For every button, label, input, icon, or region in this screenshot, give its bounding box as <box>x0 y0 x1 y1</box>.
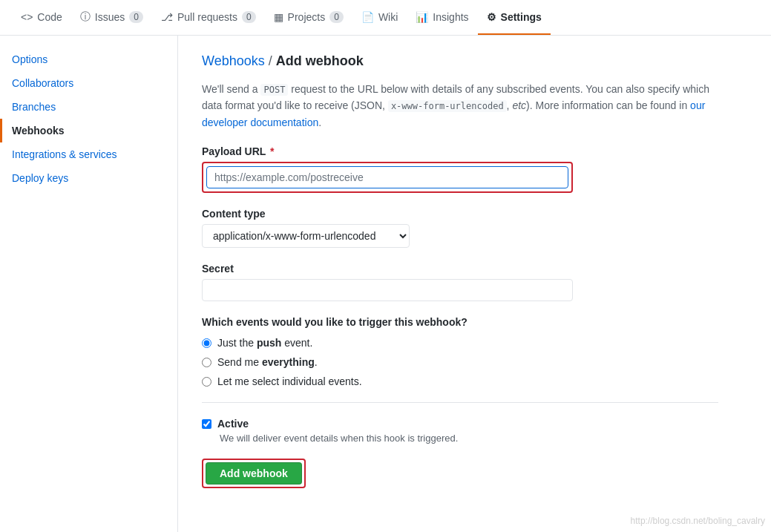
payload-url-group: Payload URL * <box>202 145 718 193</box>
nav-insights[interactable]: 📊 Insights <box>407 0 477 35</box>
main-content: Webhooks / Add webhook We'll send a POST… <box>178 36 742 532</box>
sidebar-item-collaborators[interactable]: Collaborators <box>0 71 177 95</box>
breadcrumb-parent[interactable]: Webhooks <box>202 53 265 68</box>
nav-issues[interactable]: ⓘ Issues 0 <box>71 0 152 35</box>
issues-icon: ⓘ <box>80 10 91 24</box>
add-webhook-button[interactable]: Add webhook <box>206 462 302 485</box>
event-everything-option[interactable]: Send me everything. <box>202 356 718 368</box>
webhook-description: We'll send a POST request to the URL bel… <box>202 81 718 131</box>
nav-pull-requests[interactable]: ⎇ Pull requests 0 <box>152 0 265 35</box>
event-individual-radio[interactable] <box>202 377 211 387</box>
payload-url-input[interactable] <box>206 166 568 188</box>
pull-requests-badge: 0 <box>242 11 256 23</box>
sidebar-item-integrations[interactable]: Integrations & services <box>0 142 177 166</box>
event-push-radio[interactable] <box>202 338 211 348</box>
wiki-icon: 📄 <box>361 11 374 23</box>
insights-icon: 📊 <box>416 11 428 23</box>
projects-badge: 0 <box>329 11 344 23</box>
sidebar-item-webhooks[interactable]: Webhooks <box>0 119 177 142</box>
sidebar-item-options[interactable]: Options <box>0 47 177 71</box>
content-type-select[interactable]: application/x-www-form-urlencoded applic… <box>202 224 410 248</box>
page-layout: Options Collaborators Branches Webhooks … <box>0 36 771 532</box>
secret-input[interactable] <box>202 279 573 301</box>
sidebar-item-deploy-keys[interactable]: Deploy keys <box>0 166 177 190</box>
required-indicator: * <box>270 145 274 157</box>
active-checkbox-label[interactable]: Active <box>202 418 718 430</box>
payload-url-label: Payload URL * <box>202 145 718 157</box>
events-group: Which events would you like to trigger t… <box>202 316 718 387</box>
watermark: http://blog.csdn.net/boling_cavalry <box>631 516 765 526</box>
active-description: We will deliver event details when this … <box>202 433 718 444</box>
breadcrumb-separator: / <box>269 53 276 68</box>
nav-code[interactable]: <> Code <box>12 0 71 35</box>
sidebar-item-branches[interactable]: Branches <box>0 95 177 119</box>
event-individual-option[interactable]: Let me select individual events. <box>202 375 718 387</box>
content-type-group: Content type application/x-www-form-urle… <box>202 208 718 248</box>
add-webhook-button-wrapper: Add webhook <box>202 459 306 488</box>
events-label: Which events would you like to trigger t… <box>202 316 718 328</box>
nav-projects[interactable]: ▦ Projects 0 <box>265 0 352 35</box>
event-push-option[interactable]: Just the push event. <box>202 337 718 349</box>
form-divider <box>202 402 718 403</box>
payload-url-highlight-box <box>202 162 573 193</box>
nav-settings[interactable]: ⚙ Settings <box>478 0 551 35</box>
nav-wiki[interactable]: 📄 Wiki <box>352 0 407 35</box>
active-section: Active We will deliver event details whe… <box>202 418 718 444</box>
issues-badge: 0 <box>129 11 143 23</box>
breadcrumb: Webhooks / Add webhook <box>202 53 718 69</box>
events-radio-group: Just the push event. Send me everything.… <box>202 337 718 387</box>
breadcrumb-current: Add webhook <box>276 53 364 68</box>
pull-requests-icon: ⎇ <box>161 11 173 23</box>
secret-label: Secret <box>202 263 718 275</box>
top-nav: <> Code ⓘ Issues 0 ⎇ Pull requests 0 ▦ P… <box>0 0 771 36</box>
secret-group: Secret <box>202 263 718 301</box>
settings-icon: ⚙ <box>487 11 496 23</box>
event-everything-radio[interactable] <box>202 358 211 367</box>
projects-icon: ▦ <box>274 11 283 23</box>
sidebar: Options Collaborators Branches Webhooks … <box>0 36 178 532</box>
code-icon: <> <box>21 11 33 23</box>
content-type-label: Content type <box>202 208 718 220</box>
active-checkbox[interactable] <box>202 419 211 429</box>
